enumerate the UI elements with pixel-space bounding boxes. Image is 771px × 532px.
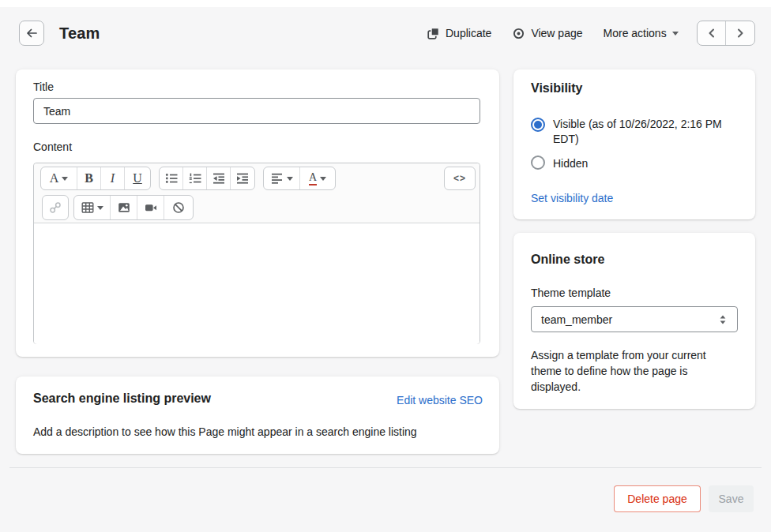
text-style-button[interactable]: A [41,167,77,189]
back-button[interactable] [19,21,44,46]
toolbar-row-2 [42,195,194,220]
theme-template-select[interactable]: team_member [531,306,738,332]
link-group [42,195,69,220]
visibility-card-title: Visibility [531,81,583,96]
text-color-button[interactable]: A [300,167,335,189]
indent-icon [236,172,249,185]
visible-radio[interactable] [531,118,545,132]
set-visibility-date-link[interactable]: Set visibility date [531,192,613,204]
underline-icon: U [133,172,142,185]
insert-video-button[interactable] [137,196,164,219]
duplicate-icon [427,27,440,40]
pagination-group [697,21,755,46]
theme-template-value: team_member [541,313,612,326]
delete-page-button[interactable]: Delete page [614,485,701,512]
clear-formatting-button[interactable] [164,196,193,219]
insert-media-group [73,195,194,220]
numbered-list-icon [189,172,201,185]
view-page-label: View page [531,27,582,39]
bulleted-list-icon [165,172,178,185]
previous-page-button[interactable] [698,21,726,45]
back-arrow-icon [24,26,39,40]
chevron-down-icon [672,32,679,36]
online-store-card-title: Online store [531,253,604,267]
title-input[interactable] [33,98,480,124]
insert-link-button[interactable] [43,196,68,219]
video-camera-icon [145,201,157,214]
text-style-icon: A [50,172,59,185]
theme-template-label: Theme template [531,287,611,299]
editor-content-area[interactable] [34,223,480,344]
image-icon [118,201,130,214]
clear-formatting-icon [172,201,185,214]
text-color-icon: A [309,172,317,185]
content-field-label: Content [33,140,72,153]
chevron-down-icon [97,206,103,210]
visible-radio-label[interactable]: Visible (as of 10/26/2022, 2:16 PM EDT) [553,117,743,147]
code-view-group: <> [444,167,476,190]
view-page-button[interactable]: View page [512,27,582,40]
alignment-button[interactable] [264,167,300,189]
toolbar-row-1: A B I U [40,167,336,190]
list-indent-group [159,167,255,190]
chevron-down-icon [62,177,68,181]
italic-icon: I [111,172,115,185]
top-strip [0,0,771,7]
bold-icon: B [85,172,93,185]
chevron-left-icon [706,28,717,39]
online-store-card: Online store Theme template team_member … [513,233,755,409]
seo-card-title: Search engine listing preview [33,392,211,406]
chevron-right-icon [735,28,746,39]
select-updown-icon [718,314,728,325]
code-view-button[interactable]: <> [445,167,475,189]
rich-text-editor: A B I U [33,163,480,344]
table-icon [81,201,94,214]
save-button[interactable]: Save [709,485,754,512]
underline-button[interactable]: U [125,167,150,189]
hidden-radio-label[interactable]: Hidden [553,156,588,171]
page-editor-screen: Team Duplicate View page More actions [0,0,771,532]
page-title: Team [59,24,100,43]
indent-button[interactable] [231,167,254,189]
visibility-card: Visibility Visible (as of 10/26/2022, 2:… [513,69,755,219]
outdent-icon [212,172,225,185]
next-page-button[interactable] [726,21,754,45]
italic-button[interactable]: I [101,167,125,189]
eye-icon [512,27,525,40]
more-actions-button[interactable]: More actions [604,27,679,39]
link-icon [49,201,62,214]
outdent-button[interactable] [207,167,231,189]
editor-toolbar: A B I U [34,163,480,223]
duplicate-label: Duplicate [446,27,491,39]
hidden-radio[interactable] [531,155,545,170]
insert-image-button[interactable] [111,196,137,219]
header-actions: Duplicate View page More actions [427,21,679,46]
bulleted-list-button[interactable] [160,167,183,189]
title-field-label: Title [33,81,54,93]
duplicate-button[interactable]: Duplicate [427,27,491,40]
theme-template-help-text: Assign a template from your current them… [531,347,730,395]
code-icon: <> [453,173,466,184]
seo-card-description: Add a description to see how this Page m… [33,425,417,438]
align-color-group: A [263,167,336,190]
page-details-card: Title Content A B I [16,69,499,357]
edit-website-seo-link[interactable]: Edit website SEO [397,394,483,406]
insert-table-button[interactable] [74,196,111,219]
seo-preview-card: Search engine listing preview Edit websi… [16,377,499,454]
bold-button[interactable]: B [77,167,101,189]
chevron-down-icon [287,177,293,181]
more-actions-label: More actions [604,27,667,39]
text-format-group: A B I U [40,167,151,190]
align-left-icon [271,172,284,185]
chevron-down-icon [320,177,326,181]
footer-divider [9,467,762,468]
numbered-list-button[interactable] [183,167,207,189]
